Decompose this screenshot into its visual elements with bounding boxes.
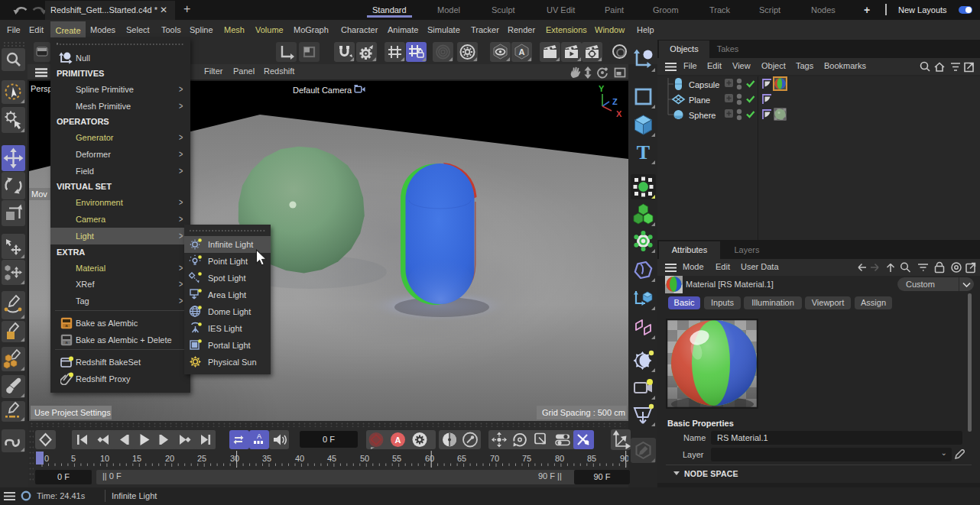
svg-text:20: 20 (165, 454, 174, 463)
svg-text:65: 65 (457, 454, 466, 463)
svg-text:A: A (257, 432, 261, 440)
svg-text:10: 10 (100, 454, 109, 463)
svg-text:90: 90 (620, 454, 628, 463)
svg-text:55: 55 (392, 454, 401, 463)
svg-text:X: X (616, 109, 622, 118)
svg-text:Mov: Mov (31, 189, 47, 199)
svg-text:Y: Y (599, 84, 605, 93)
svg-text:T: T (637, 141, 650, 163)
svg-text:75: 75 (522, 454, 531, 463)
svg-text:25: 25 (197, 454, 206, 463)
svg-text:30: 30 (230, 454, 239, 463)
svg-text:45: 45 (327, 454, 336, 463)
svg-text:Grid Spacing : 500 cm: Grid Spacing : 500 cm (542, 408, 625, 417)
svg-text:35: 35 (262, 454, 271, 463)
svg-text:Use Project Settings: Use Project Settings (34, 408, 111, 417)
svg-text:0: 0 (44, 454, 49, 463)
svg-text:Default Camera: Default Camera (293, 86, 352, 95)
svg-text:15: 15 (132, 454, 141, 463)
svg-text:Z: Z (612, 97, 618, 106)
svg-text:80: 80 (555, 454, 564, 463)
svg-text:Capsule: Capsule (689, 80, 719, 89)
svg-text:Plane: Plane (689, 95, 710, 105)
svg-text:Sphere: Sphere (689, 111, 716, 120)
svg-text:85: 85 (587, 454, 596, 463)
svg-text:Persp: Persp (31, 84, 53, 93)
svg-text:5: 5 (71, 454, 76, 463)
svg-text:70: 70 (490, 454, 499, 463)
svg-text:A: A (395, 435, 401, 445)
svg-text:40: 40 (295, 454, 304, 463)
svg-text:A: A (519, 47, 525, 57)
svg-text:60: 60 (425, 454, 434, 463)
svg-text:50: 50 (360, 454, 369, 463)
